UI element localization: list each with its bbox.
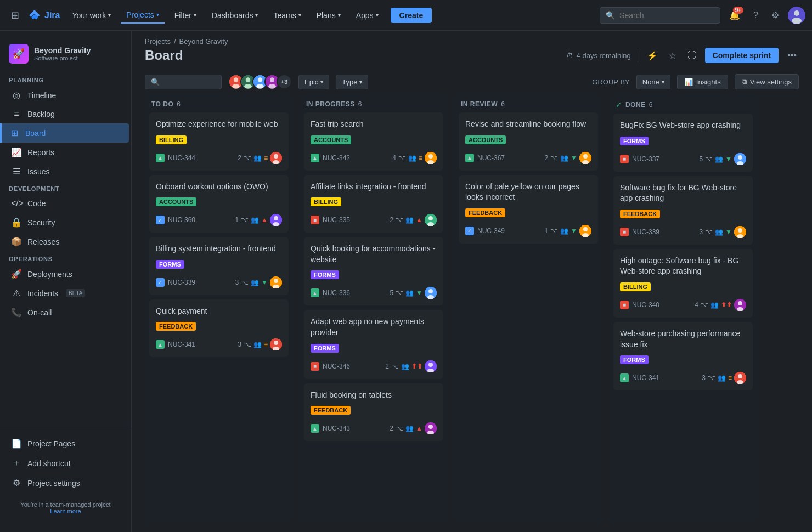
pages-icon: 📄 <box>11 438 22 449</box>
divider <box>638 49 638 62</box>
column-cards: Optimize experience for mobile web BILLI… <box>145 112 293 523</box>
card[interactable]: Web-store purchasing performance issue f… <box>613 322 753 390</box>
sidebar-item-board[interactable]: ⊞ Board <box>0 123 129 143</box>
column-cards: Fast trip search ACCOUNTS ▲ NUC-342 4 ⌥ … <box>300 112 448 523</box>
card-meta: 5 ⌥ 👥 ▼ <box>699 153 746 165</box>
assignee-avatar <box>579 152 591 164</box>
card[interactable]: Adapt web app no new payments provider F… <box>304 310 443 378</box>
card[interactable]: Affiliate links integration - frontend B… <box>304 175 443 233</box>
story-points: 4 <box>392 154 396 162</box>
apps-grid-icon[interactable]: ⊞ <box>7 5 24 26</box>
nav-plans[interactable]: Plans ▾ <box>311 8 346 23</box>
card-footer: ▲ NUC-336 5 ⌥ 👥 ▼ <box>311 287 437 299</box>
breadcrumb-current[interactable]: Beyond Gravity <box>179 37 228 46</box>
sidebar-item-issues[interactable]: ☰ Issues <box>2 162 129 181</box>
card-title: Software bug fix for BG Web-store app cr… <box>620 183 746 204</box>
card[interactable]: Quick payment FEEDBACK ▲ NUC-341 3 ⌥ 👥 ≡ <box>149 299 289 358</box>
sidebar-item-deployments[interactable]: 🚀 Deployments <box>2 264 129 284</box>
help-button[interactable]: ? <box>749 6 763 25</box>
card-title: Onboard workout options (OWO) <box>156 182 282 193</box>
sidebar-item-add-shortcut[interactable]: ＋ Add shortcut <box>2 453 129 473</box>
user-avatar[interactable] <box>788 7 805 24</box>
lightning-icon[interactable]: ⚡ <box>645 48 660 63</box>
board-search[interactable]: 🔍 <box>145 75 222 89</box>
search-box[interactable]: 🔍 <box>600 7 720 24</box>
insights-button[interactable]: 📊 Insights <box>677 75 728 89</box>
board-search-input[interactable] <box>163 78 216 86</box>
expand-icon[interactable]: ⛶ <box>685 48 698 63</box>
svg-point-4 <box>234 77 239 82</box>
sidebar-item-oncall[interactable]: 📞 On-call <box>2 303 129 322</box>
story-points: 2 <box>390 425 393 432</box>
nav-dashboards[interactable]: Dashboards ▾ <box>206 8 264 23</box>
group-by-select[interactable]: None ▾ <box>636 75 670 89</box>
epic-filter[interactable]: Epic ▾ <box>298 75 329 89</box>
sidebar: 🚀 Beyond Gravity Software project PLANNI… <box>0 31 132 532</box>
breadcrumb-projects[interactable]: Projects <box>145 37 171 46</box>
nav-projects[interactable]: Projects ▾ <box>121 7 165 24</box>
sidebar-item-releases[interactable]: 📦 Releases <box>2 232 129 251</box>
sidebar-item-incidents[interactable]: ⚠ Incidents BETA <box>2 284 129 303</box>
nav-apps[interactable]: Apps ▾ <box>351 8 384 23</box>
branch-icon: ⌥ <box>396 216 403 224</box>
card[interactable]: Revise and streamline booking flow ACCOU… <box>459 112 598 171</box>
notifications-button[interactable]: 🔔 9+ <box>725 5 745 25</box>
search-input[interactable] <box>619 11 714 20</box>
card[interactable]: Fluid booking on tablets FEEDBACK ▲ NUC-… <box>304 383 443 442</box>
top-navigation: ⊞ Jira Your work ▾ Projects ▾ Filter ▾ D… <box>0 0 812 31</box>
sidebar-item-label: Board <box>25 129 46 138</box>
column-header: TO DO 6 <box>145 94 293 112</box>
project-header[interactable]: 🚀 Beyond Gravity Software project <box>0 39 131 72</box>
jira-logo[interactable]: Jira <box>28 9 60 22</box>
card-title: Color of pale yellow on our pages looks … <box>465 182 591 203</box>
sidebar-item-reports[interactable]: 📈 Reports <box>2 143 129 162</box>
view-settings-button[interactable]: ⧉ View settings <box>735 74 799 89</box>
card[interactable]: Quick booking for accommodations - websi… <box>304 237 443 305</box>
star-icon[interactable]: ☆ <box>667 48 679 63</box>
card[interactable]: BugFix BG Web-store app crashing FORMS ■… <box>613 114 753 172</box>
card-label: ACCOUNTS <box>156 197 196 206</box>
more-options-icon[interactable]: ••• <box>785 48 799 63</box>
story-points: 2 <box>544 154 548 162</box>
card[interactable]: Optimize experience for mobile web BILLI… <box>149 112 289 171</box>
sidebar-item-backlog[interactable]: ≡ Backlog <box>2 105 129 123</box>
card[interactable]: Billing system integration - frontend FO… <box>149 237 289 295</box>
sidebar-item-security[interactable]: 🔒 Security <box>2 213 129 232</box>
sidebar-item-timeline[interactable]: ◎ Timeline <box>2 86 129 105</box>
complete-sprint-button[interactable]: Complete sprint <box>705 48 779 63</box>
code-icon: </> <box>11 199 22 208</box>
type-filter[interactable]: Type ▾ <box>336 75 368 89</box>
assignee-avatar <box>425 422 437 434</box>
learn-more-link[interactable]: Learn more <box>50 508 81 514</box>
sidebar-item-project-pages[interactable]: 📄 Project Pages <box>2 434 129 453</box>
beta-badge: BETA <box>66 289 85 297</box>
column-header: IN REVIEW 6 <box>454 94 602 112</box>
card-title: Quick booking for accommodations - websi… <box>311 244 437 265</box>
card-footer: ■ NUC-339 3 ⌥ 👥 ▼ <box>620 226 746 238</box>
project-name: Beyond Gravity <box>34 46 122 55</box>
card-meta: 2 ⌥ 👥 ≡ <box>238 152 282 164</box>
card[interactable]: Color of pale yellow on our pages looks … <box>459 175 598 244</box>
priority-icon: ▼ <box>416 289 422 297</box>
type-icon: ■ <box>620 228 629 236</box>
nav-filter[interactable]: Filter ▾ <box>169 8 202 23</box>
branch-icon: ⌥ <box>708 374 715 382</box>
card-footer: ■ NUC-346 2 ⌥ 👥 ⬆⬆ <box>311 360 437 372</box>
settings-button[interactable]: ⚙ <box>767 5 783 25</box>
assignee-avatar <box>425 360 437 372</box>
card-footer: ■ NUC-335 2 ⌥ 👥 ▲ <box>311 214 437 226</box>
nav-your-work[interactable]: Your work ▾ <box>66 8 116 23</box>
avatar-count[interactable]: +3 <box>277 74 292 89</box>
card[interactable]: High outage: Software bug fix - BG Web-s… <box>613 249 753 318</box>
type-icon: ▲ <box>156 154 165 162</box>
sidebar-item-project-settings[interactable]: ⚙ Project settings <box>2 473 129 493</box>
sidebar-item-code[interactable]: </> Code <box>2 194 129 213</box>
assignee-avatar <box>734 372 746 384</box>
card[interactable]: Onboard workout options (OWO) ACCOUNTS ✓… <box>149 175 289 233</box>
branch-icon: ⌥ <box>701 301 708 309</box>
card[interactable]: Fast trip search ACCOUNTS ▲ NUC-342 4 ⌥ … <box>304 112 443 171</box>
branch-icon: ⌥ <box>241 279 249 286</box>
nav-teams[interactable]: Teams ▾ <box>268 8 306 23</box>
create-button[interactable]: Create <box>391 8 432 23</box>
card[interactable]: Software bug fix for BG Web-store app cr… <box>613 176 753 245</box>
